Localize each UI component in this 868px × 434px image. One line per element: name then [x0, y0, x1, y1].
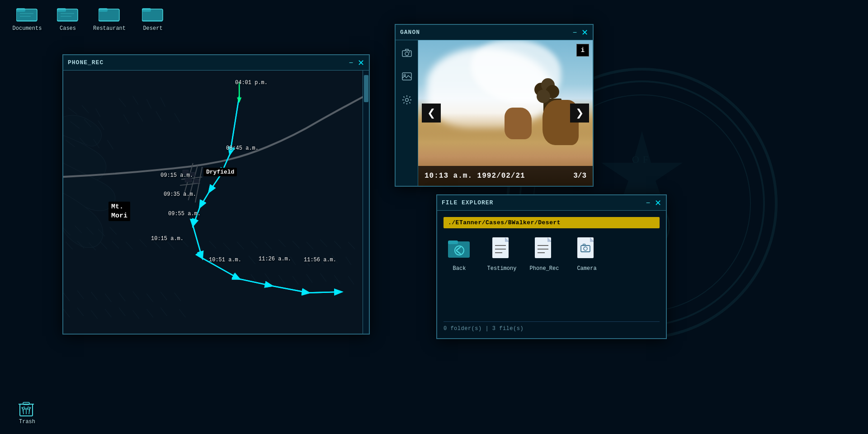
fe-file-testimony[interactable]: Testimony — [486, 236, 518, 272]
ganon-sidebar — [396, 40, 418, 186]
folder-icon — [16, 5, 38, 23]
fe-file-back[interactable]: Back — [443, 236, 475, 272]
fe-file-label: Back — [453, 265, 466, 272]
phone-rec-close[interactable]: ✕ — [358, 59, 364, 67]
ganon-controls: − ✕ — [573, 28, 588, 37]
testimony-doc-icon — [491, 236, 513, 263]
topo-map-svg — [63, 71, 369, 334]
phone-rec-doc-icon — [533, 236, 556, 263]
ganon-camera-tool[interactable] — [399, 45, 415, 61]
desktop-icon-trash[interactable]: Trash — [9, 398, 45, 425]
file-explorer-close[interactable]: ✕ — [655, 199, 661, 207]
desktop-icon-label: Documents — [13, 25, 42, 32]
svg-rect-111 — [185, 178, 191, 182]
ganon-settings-tool[interactable] — [399, 92, 415, 108]
phone-rec-window: PHONE_REC − ✕ — [62, 54, 370, 335]
phone-rec-minimize[interactable]: − — [349, 59, 353, 66]
ganon-title: GANON — [400, 29, 420, 36]
desktop-icon-documents[interactable]: Documents — [9, 5, 45, 32]
file-explorer-status: 0 folder(s) | 3 file(s) — [443, 321, 660, 332]
phone-rec-controls: − ✕ — [349, 59, 364, 67]
desktop-icon-label: Restaurant — [93, 25, 126, 32]
file-explorer-files: Back Testimony — [443, 235, 660, 274]
file-explorer-controls: − ✕ — [646, 199, 661, 207]
fe-file-label: Phone_Rec — [530, 265, 559, 272]
map-scrollbar[interactable] — [363, 71, 369, 334]
folder-icon — [142, 5, 164, 23]
ganon-footer: 10:13 a.m. 1992/02/21 3/3 — [418, 166, 593, 186]
ganon-viewer: i ❮ ❯ 10:13 a.m. 1992/02/21 3/3 — [418, 40, 593, 186]
phone-rec-titlebar: PHONE_REC − ✕ — [63, 55, 369, 71]
ganon-body: i ❮ ❯ 10:13 a.m. 1992/02/21 3/3 — [396, 40, 593, 186]
file-explorer-titlebar: FILE EXPLORER − ✕ — [437, 195, 666, 211]
scrollbar-thumb — [364, 75, 368, 102]
file-explorer-title: FILE EXPLORER — [442, 199, 493, 206]
phone-rec-title: PHONE_REC — [68, 59, 104, 66]
file-explorer-path: ./ETanner/Cases/BWalker/Desert — [443, 217, 660, 228]
desert-photo — [418, 40, 593, 186]
ganon-titlebar: GANON − ✕ — [396, 25, 593, 40]
svg-rect-110 — [190, 172, 195, 176]
fe-file-label: Testimony — [487, 265, 517, 272]
svg-rect-19 — [142, 8, 151, 12]
desktop-icon-desert[interactable]: Desert — [135, 5, 171, 32]
svg-rect-16 — [99, 8, 108, 12]
fe-file-label: Camera — [577, 265, 596, 272]
file-explorer-body: ./ETanner/Cases/BWalker/Desert Back — [437, 211, 666, 338]
ganon-window: GANON − ✕ — [395, 24, 594, 187]
svg-rect-132 — [448, 241, 458, 244]
folder-icon — [99, 5, 120, 23]
svg-rect-112 — [194, 179, 199, 183]
svg-text:OF: OF — [632, 154, 652, 165]
ganon-prev-button[interactable]: ❮ — [422, 104, 441, 123]
svg-point-127 — [409, 52, 410, 52]
ganon-info-button[interactable]: i — [576, 44, 589, 57]
folder-icon — [57, 5, 79, 23]
ganon-minimize[interactable]: − — [573, 29, 577, 36]
svg-point-130 — [405, 99, 408, 102]
fe-file-phone-rec[interactable]: Phone_Rec — [528, 236, 560, 272]
svg-rect-23 — [23, 402, 29, 405]
camera-doc-icon — [576, 236, 598, 263]
trash-icon — [16, 398, 38, 416]
ganon-close[interactable]: ✕ — [581, 28, 588, 37]
ganon-next-button[interactable]: ❯ — [570, 104, 589, 123]
file-explorer-minimize[interactable]: − — [646, 199, 650, 207]
file-explorer-window: FILE EXPLORER − ✕ ./ETanner/Cases/BWalke… — [436, 194, 667, 339]
svg-rect-6 — [16, 8, 25, 12]
ganon-image-tool[interactable] — [399, 68, 415, 85]
desktop-icon-label: Cases — [60, 25, 76, 32]
fe-file-camera[interactable]: Camera — [571, 236, 603, 272]
ganon-timestamp: 10:13 a.m. 1992/02/21 — [425, 172, 525, 180]
desktop-icon-label: Trash — [19, 419, 35, 425]
desktop-icon-restaurant[interactable]: Restaurant — [91, 5, 127, 32]
back-folder-icon — [448, 236, 471, 263]
svg-rect-11 — [57, 8, 66, 12]
desktop-icon-cases[interactable]: Cases — [50, 5, 86, 32]
svg-point-126 — [405, 52, 409, 56]
map-container: 04:01 p.m. 08:45 a.m. 09:15 a.m. 09:35 a… — [63, 71, 369, 334]
ganon-counter: 3/3 — [573, 172, 586, 180]
desktop-icon-label: Desert — [143, 25, 162, 32]
svg-rect-109 — [183, 170, 188, 175]
